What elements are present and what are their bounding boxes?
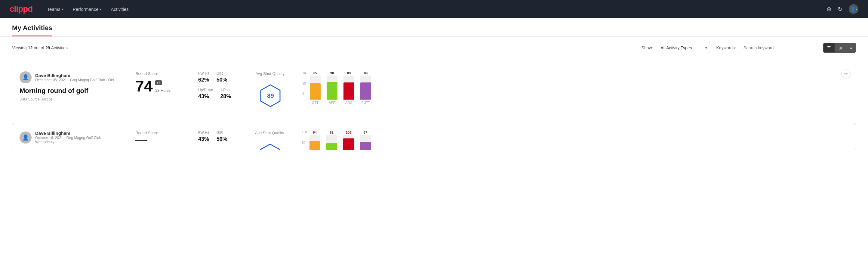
nav-performance[interactable]: Performance ▾ — [73, 5, 101, 13]
score-holes: 18 Holes — [155, 88, 170, 93]
stats-section: FW Hit 62% GIR 50% Up/Down 43% 1 Putt — [193, 71, 236, 99]
bar-value-putt: 87 — [364, 130, 367, 134]
list-view-button[interactable]: ☰ — [824, 43, 835, 52]
viewing-total: 29 — [45, 46, 50, 50]
activity-card: ✏ 👤 Dave Billingham December 05, 2021 - … — [12, 64, 856, 118]
user-name: Dave Billingham — [35, 130, 116, 136]
activity-type-select[interactable]: All Activity Types — [656, 43, 710, 53]
nav-activities[interactable]: Activities — [111, 5, 129, 13]
bar-label-putt: PUTT — [362, 101, 370, 105]
avg-shot-quality-label: Avg Shot Quality — [255, 71, 284, 76]
bar-label-ott: OTT — [312, 101, 318, 105]
hexagon-container: 89 — [255, 81, 285, 111]
app-logo[interactable]: clippd — [10, 4, 32, 14]
activity-source: Data Source: Arccos — [20, 97, 116, 101]
avg-shot-quality-section: Avg Shot Quality — [250, 130, 290, 150]
bar-value-app: 82 — [330, 130, 334, 134]
user-info: 👤 Dave Billingham October 16, 2021 - Gog… — [20, 130, 116, 144]
divider — [186, 71, 186, 111]
activity-type-filter: Show: All Activity Types — [642, 43, 710, 53]
chart-section: 100 50 0 85 OTT — [298, 71, 848, 105]
divider — [123, 71, 123, 111]
user-name: Dave Billingham — [35, 73, 114, 78]
chart-bars: 94 82 106 — [309, 130, 371, 150]
chart-bar-ott: 85 OTT — [310, 71, 320, 105]
chart-bar-arg: 106 — [343, 130, 354, 150]
fw-hit-stat: FW Hit 43% — [198, 130, 209, 142]
user-avatar-menu[interactable]: 👤 ▾ — [849, 4, 858, 14]
nav-right-actions: ⊕ ↻ 👤 ▾ — [827, 4, 858, 14]
activity-card-info: 👤 Dave Billingham December 05, 2021 - Go… — [20, 71, 116, 101]
activity-title: Morning round of golf — [20, 87, 116, 95]
svg-marker-1 — [260, 144, 280, 150]
refresh-icon[interactable]: ↻ — [838, 5, 843, 12]
hexagon — [258, 143, 282, 150]
chart-bar-ott: 94 — [309, 130, 320, 150]
viewing-count-text: Viewing 12 out of 29 Activities — [12, 46, 636, 50]
avatar-chevron: ▾ — [856, 7, 858, 11]
page-container: My Activities Viewing 12 out of 29 Activ… — [0, 18, 868, 263]
bar-label-app: APP — [329, 101, 335, 105]
y-axis-labels: 100 50 0 — [302, 71, 307, 95]
round-score-label: Round Score — [135, 130, 174, 135]
chevron-down-icon: ▾ — [62, 7, 63, 11]
activity-type-select-wrapper: All Activity Types — [656, 43, 710, 53]
person-icon: 👤 — [22, 74, 29, 81]
score-dash — [135, 140, 147, 141]
person-icon: 👤 — [22, 134, 29, 141]
score-section: Round Score — [130, 130, 179, 141]
score-badge: +4 — [155, 80, 162, 85]
viewing-count: 12 — [28, 46, 33, 50]
avatar: 👤 — [20, 71, 32, 83]
view-toggle-group: ☰ ⊞ ≡ — [823, 43, 856, 53]
page-title: My Activities — [12, 24, 52, 36]
chart-bars: 85 OTT 90 APP — [310, 71, 371, 105]
compact-view-button[interactable]: ≡ — [846, 43, 856, 52]
bar-value-arg: 89 — [347, 71, 351, 75]
filter-bar: Viewing 12 out of 29 Activities Show: Al… — [0, 37, 868, 59]
gir-stat: GIR 50% — [217, 71, 227, 83]
search-input[interactable] — [739, 43, 817, 53]
bar-value-ott: 85 — [313, 71, 317, 75]
chart-bar-arg: 89 ARG — [343, 71, 354, 105]
avg-shot-quality-label: Avg Shot Quality — [255, 130, 284, 135]
chart-bar-putt: 87 — [360, 130, 371, 150]
y-label-100: 100 — [302, 71, 307, 75]
bar-value-arg: 106 — [346, 130, 351, 134]
bar-fill-app — [327, 82, 337, 99]
hexagon: 89 — [258, 84, 282, 108]
divider — [243, 71, 243, 111]
page-header: My Activities — [0, 18, 868, 37]
hexagon-container — [255, 140, 285, 150]
navbar: clippd Teams ▾ Performance ▾ Activities … — [0, 0, 868, 18]
bar-fill-ott — [310, 83, 320, 99]
bar-value-app: 90 — [330, 71, 334, 75]
divider — [186, 130, 186, 143]
user-info: 👤 Dave Billingham December 05, 2021 - Go… — [20, 71, 116, 83]
person-icon: 👤 — [850, 6, 856, 12]
grid-view-button[interactable]: ⊞ — [835, 43, 846, 52]
hex-score: 89 — [267, 92, 274, 99]
divider — [243, 130, 243, 143]
activity-card-info: 👤 Dave Billingham October 16, 2021 - Gog… — [20, 130, 116, 148]
activities-list: ✏ 👤 Dave Billingham December 05, 2021 - … — [0, 59, 868, 155]
stats-section: FW Hit 43% GIR 56% — [193, 130, 236, 142]
one-putt-stat: 1 Putt 28% — [220, 88, 231, 99]
add-icon[interactable]: ⊕ — [827, 5, 832, 12]
hexagon-svg — [258, 143, 282, 150]
bar-value-putt: 89 — [364, 71, 368, 75]
score-section: Round Score 74 +4 18 Holes — [130, 71, 179, 94]
chevron-down-icon: ▾ — [100, 7, 101, 11]
nav-teams[interactable]: Teams ▾ — [47, 5, 63, 13]
edit-button[interactable]: ✏ — [841, 69, 851, 79]
fw-hit-stat: FW Hit 62% — [198, 71, 209, 83]
bar-label-arg: ARG — [345, 101, 352, 105]
avg-shot-quality-section: Avg Shot Quality 89 — [251, 71, 290, 111]
keywords-filter: Keywords: — [716, 43, 817, 53]
round-score-label: Round Score — [135, 71, 174, 76]
user-date: October 16, 2021 - Gog Magog Golf Club -… — [35, 136, 116, 144]
show-label: Show: — [642, 46, 653, 50]
bar-fill-putt — [360, 83, 371, 99]
chart-section: 100 50 0 94 82 — [297, 130, 848, 150]
y-label-50: 50 — [302, 82, 307, 85]
